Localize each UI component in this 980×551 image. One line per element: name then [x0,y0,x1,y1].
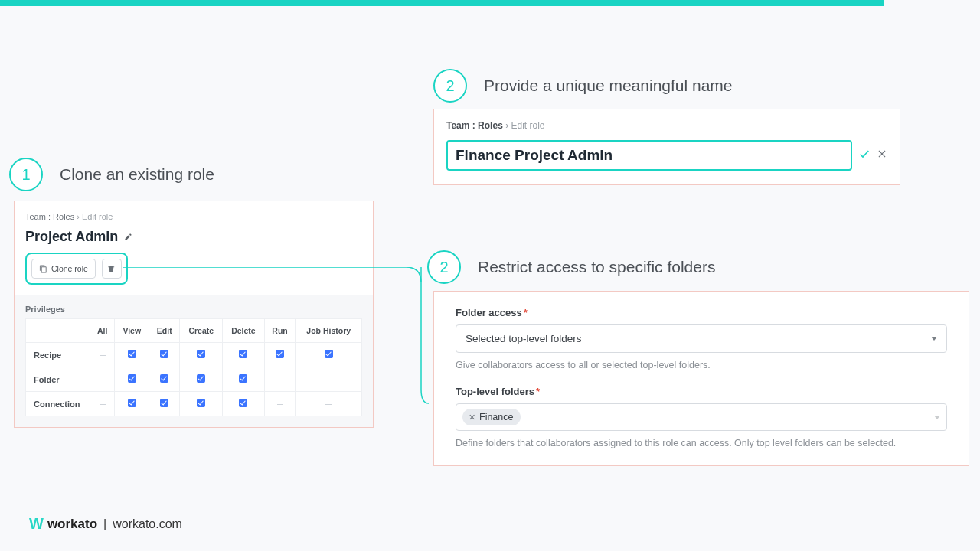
brand-logo: W workato [29,515,97,533]
priv-cell[interactable] [223,343,264,367]
dash-icon [325,380,332,381]
top-folders-label: Top-level folders* [456,386,947,397]
rename-role-panel: Team : Roles › Edit role [433,109,900,185]
cancel-icon[interactable] [877,148,887,162]
dash-icon [100,380,106,381]
folder-chip-finance: ✕ Finance [462,409,521,425]
checkbox-checked-icon [128,350,136,358]
privileges-table: All View Edit Create Delete Run Job Hist… [25,318,362,416]
logo-mark-icon: W [29,515,43,533]
crumb-team-roles[interactable]: Team : Roles [446,120,503,131]
checkbox-checked-icon [160,399,168,407]
checkbox-checked-icon [276,350,284,358]
accent-top-bar [0,0,884,6]
row-label: Folder [26,367,90,392]
step2b-title: Restrict access to specific folders [478,258,715,276]
step2b-badge: 2 [427,250,461,284]
top-folders-select[interactable]: ✕ Finance [456,403,947,431]
checkbox-checked-icon [239,399,247,407]
folder-access-help: Give collaborators access to all or sele… [456,358,947,372]
checkbox-checked-icon [325,350,333,358]
role-name: Project Admin [25,229,118,245]
priv-cell[interactable] [149,367,180,392]
step1-badge: 1 [9,158,43,191]
privileges-section: Privileges All View Edit Create Delete R… [15,295,373,427]
priv-cell[interactable] [180,343,223,367]
role-name-input-wrap [446,140,852,171]
priv-cell[interactable] [149,343,180,367]
privileges-label: Privileges [25,305,362,314]
dash-icon [100,355,106,357]
folder-access-label: Folder access* [456,307,947,318]
checkbox-checked-icon [160,350,168,358]
breadcrumb: Team : Roles › Edit role [25,210,362,229]
step2a-badge: 2 [433,69,467,103]
folder-access-select[interactable]: Selected top-level folders [456,324,947,353]
col-run: Run [264,319,296,343]
delete-role-button[interactable] [102,259,122,279]
step1-header: 1 Clone an existing role [9,158,214,191]
priv-cell[interactable] [149,392,180,416]
priv-cell[interactable] [90,343,115,367]
priv-cell[interactable] [264,392,296,416]
clone-role-label: Clone role [51,264,88,273]
folder-access-value: Selected top-level folders [466,333,582,344]
footer-domain: workato.com [113,517,182,531]
priv-cell[interactable] [296,392,362,416]
priv-cell[interactable] [180,392,223,416]
priv-cell[interactable] [264,367,296,392]
folder-chip-label: Finance [479,412,513,422]
crumb-edit-role: Edit role [511,120,545,131]
clone-role-button[interactable]: Clone role [31,259,96,279]
clone-role-panel: Team : Roles › Edit role Project Admin C… [14,201,374,428]
crumb-sep: › [77,212,80,221]
col-job-history: Job History [296,319,362,343]
priv-cell[interactable] [296,343,362,367]
brand-name: workato [47,517,97,532]
priv-cell[interactable] [115,392,149,416]
checkbox-checked-icon [239,350,247,358]
checkbox-checked-icon [197,350,205,358]
checkbox-checked-icon [239,374,247,383]
chevron-down-icon [934,416,940,419]
step1-title: Clone an existing role [60,165,214,184]
priv-cell[interactable] [180,367,223,392]
priv-cell[interactable] [264,343,296,367]
chip-remove-icon[interactable]: ✕ [469,412,475,422]
col-view: View [115,319,149,343]
crumb-sep: › [505,120,508,131]
crumb-team-roles[interactable]: Team : Roles [25,212,74,221]
confirm-icon[interactable] [858,148,871,163]
footer: W workato | workato.com [29,515,182,533]
table-row: Connection [26,392,362,416]
col-delete: Delete [223,319,264,343]
table-header-row: All View Edit Create Delete Run Job Hist… [26,319,362,343]
checkbox-checked-icon [197,399,205,407]
checkbox-checked-icon [160,374,168,383]
table-row: Folder [26,367,362,392]
col-all: All [90,319,115,343]
priv-cell[interactable] [296,367,362,392]
dash-icon [100,404,106,406]
footer-separator: | [103,517,106,531]
crumb-edit-role: Edit role [82,212,113,221]
col-create: Create [180,319,223,343]
clone-actions: Clone role [25,253,128,285]
breadcrumb: Team : Roles › Edit role [446,120,887,131]
role-name-input[interactable] [456,147,843,164]
role-title: Project Admin [25,229,362,245]
dash-icon [325,404,332,406]
chevron-down-icon [931,337,937,341]
priv-cell[interactable] [223,367,264,392]
dash-icon [277,404,283,406]
table-row: Recipe [26,343,362,367]
checkbox-checked-icon [197,374,205,383]
top-folders-help: Define folders that collaborators assign… [456,436,947,450]
priv-cell[interactable] [115,343,149,367]
edit-icon[interactable] [124,229,132,245]
priv-cell[interactable] [115,367,149,392]
checkbox-checked-icon [128,374,136,383]
priv-cell[interactable] [223,392,264,416]
priv-cell[interactable] [90,392,115,416]
priv-cell[interactable] [90,367,115,392]
